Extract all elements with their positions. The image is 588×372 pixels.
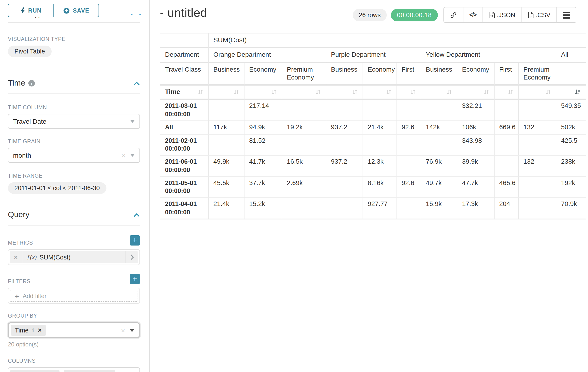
value-cell xyxy=(494,156,519,177)
value-cell: 41.7k xyxy=(244,156,282,177)
sort-header-cell[interactable] xyxy=(363,86,397,100)
sort-header-cell[interactable]: Time xyxy=(160,86,209,100)
class-header-cell: Business xyxy=(421,63,457,86)
value-cell: 76.9k xyxy=(421,156,457,177)
value-cell: 238k xyxy=(556,156,586,177)
row-dimension-header-cell: Travel Class xyxy=(160,63,209,86)
embed-code-button[interactable]: </> xyxy=(463,7,482,22)
metric-label: SUM(Cost) xyxy=(40,254,71,261)
value-cell xyxy=(282,198,326,220)
row-header-cell: 2011-05-01 00:00:00 xyxy=(160,177,209,198)
value-cell xyxy=(519,198,556,220)
value-cell: 81.52 xyxy=(244,135,282,156)
value-cell xyxy=(397,135,421,156)
plus-circle-icon xyxy=(63,7,70,14)
sort-toggle-icon xyxy=(545,89,551,96)
add-filter-button[interactable]: + Add filter xyxy=(10,290,138,302)
value-cell: 21.4k xyxy=(363,121,397,135)
sort-header-cell[interactable] xyxy=(457,86,494,100)
clear-icon[interactable]: × xyxy=(121,152,126,159)
remove-metric-icon[interactable]: × xyxy=(10,251,22,263)
sort-header-cell[interactable] xyxy=(494,86,519,100)
query-section-header[interactable]: Query xyxy=(8,210,140,220)
value-cell: 465.6 xyxy=(494,177,519,198)
sort-header-cell[interactable] xyxy=(397,86,421,100)
row-header-cell: 2011-02-01 00:00:00 xyxy=(160,135,209,156)
json-file-icon xyxy=(489,11,495,18)
group-by-select[interactable]: Time i ✕ × xyxy=(8,322,140,338)
metric-header-cell: SUM(Cost) xyxy=(209,33,586,48)
divider xyxy=(8,94,140,94)
chevron-down-icon[interactable] xyxy=(130,329,134,332)
csv-file-icon xyxy=(528,11,534,18)
time-grain-select[interactable]: month × xyxy=(8,148,140,163)
columns-label: COLUMNS xyxy=(8,358,140,364)
clear-icon[interactable]: × xyxy=(121,327,125,334)
sort-header-cell[interactable] xyxy=(282,86,326,100)
sort-header-cell[interactable] xyxy=(326,86,363,100)
sort-toggle-icon xyxy=(198,89,204,96)
viz-type-pill[interactable]: Pivot Table xyxy=(8,46,52,57)
sort-header-cell[interactable] xyxy=(421,86,457,100)
chevron-up-icon[interactable] xyxy=(133,213,140,217)
value-cell: 937.2 xyxy=(326,121,363,135)
class-header-cell: First xyxy=(397,63,421,86)
value-cell: 142k xyxy=(421,121,457,135)
row-header-cell: 2011-03-01 00:00:00 xyxy=(160,100,209,121)
value-cell: 47.7k xyxy=(457,177,494,198)
time-section-header[interactable]: Time i xyxy=(8,79,140,88)
value-cell: 343.98 xyxy=(457,135,494,156)
pivot-table: SUM(Cost)DepartmentOrange DepartmentPurp… xyxy=(160,33,586,220)
value-cell: 49.9k xyxy=(209,156,244,177)
chevron-up-icon[interactable] xyxy=(133,81,140,85)
save-button[interactable]: SAVE xyxy=(53,4,99,17)
value-cell xyxy=(494,100,519,121)
metric-header-row: SUM(Cost) xyxy=(160,33,586,48)
class-header-cell: Premium Economy xyxy=(519,63,556,86)
table-row: 2011-04-01 00:00:0021.4k15.2k927.7715.9k… xyxy=(160,198,586,220)
chevron-right-icon[interactable] xyxy=(126,251,138,263)
query-section-title: Query xyxy=(8,210,30,220)
value-cell: 37.7k xyxy=(244,177,282,198)
value-cell: 204 xyxy=(494,198,519,220)
share-link-button[interactable] xyxy=(444,7,463,22)
metric-item[interactable]: × ƒ(x) SUM(Cost) xyxy=(10,251,138,263)
sort-header-cell[interactable] xyxy=(209,86,244,100)
value-cell: 16.5k xyxy=(282,156,326,177)
remove-pill-icon[interactable]: ✕ xyxy=(38,327,42,333)
value-cell xyxy=(326,135,363,156)
add-filter-plus-button[interactable]: + xyxy=(130,274,140,284)
group-by-label: GROUP BY xyxy=(8,313,140,319)
value-cell xyxy=(494,135,519,156)
plus-icon: + xyxy=(15,292,19,300)
value-cell xyxy=(282,100,326,121)
value-cell: 8.16k xyxy=(363,177,397,198)
export-csv-button[interactable]: .CSV xyxy=(521,7,556,22)
value-cell xyxy=(282,135,326,156)
value-cell xyxy=(326,100,363,121)
value-cell xyxy=(519,177,556,198)
columns-pill[interactable]: Department ✕ xyxy=(10,370,60,372)
time-range-pill[interactable]: 2011-01-01 ≤ col < 2011-06-30 xyxy=(8,182,106,194)
page-title[interactable]: - untitled xyxy=(160,6,207,20)
value-cell: 94.9k xyxy=(244,121,282,135)
value-cell: 2.69k xyxy=(282,177,326,198)
value-cell: 937.2 xyxy=(326,156,363,177)
export-json-button[interactable]: .JSON xyxy=(482,7,521,22)
add-metric-button[interactable]: + xyxy=(130,235,140,245)
sort-header-cell[interactable] xyxy=(244,86,282,100)
time-column-select[interactable]: Travel Date xyxy=(8,114,140,129)
sort-header-cell[interactable] xyxy=(556,86,586,100)
chart-menu-button[interactable] xyxy=(556,7,576,22)
sort-header-cell[interactable] xyxy=(519,86,556,100)
value-cell: 15.2k xyxy=(244,198,282,220)
class-header-cell: Economy xyxy=(244,63,282,86)
columns-pill[interactable]: Travel Class ✕ xyxy=(64,370,115,372)
explore-page: Chart Type RUN SAVE xyxy=(0,0,588,372)
row-header-cell: All xyxy=(160,121,209,135)
group-by-pill[interactable]: Time i ✕ xyxy=(11,325,46,336)
run-button[interactable]: RUN xyxy=(8,4,53,17)
class-header-cell xyxy=(556,63,586,86)
value-cell: 106k xyxy=(457,121,494,135)
columns-select[interactable]: Department ✕ Travel Class ✕ × xyxy=(8,367,140,372)
